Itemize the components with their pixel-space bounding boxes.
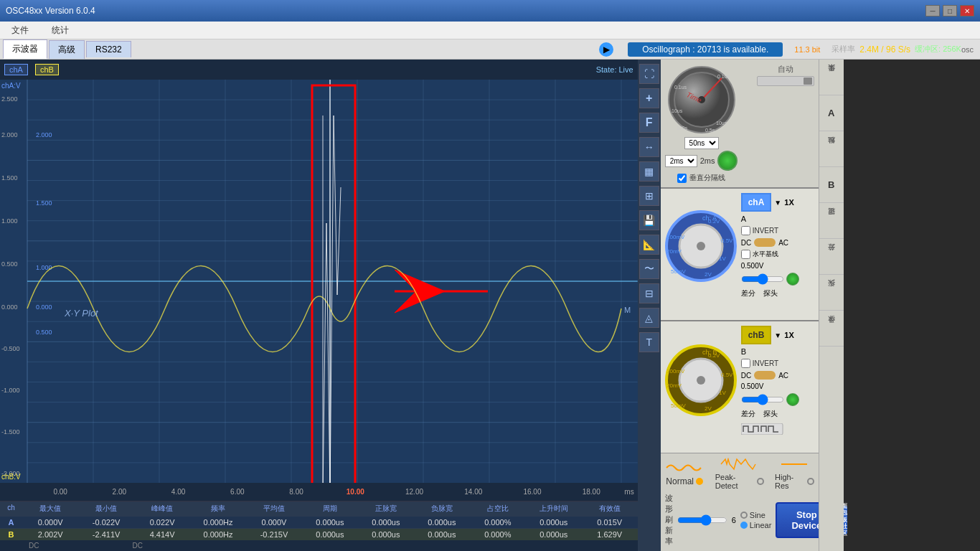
col-period: 周期 (302, 504, 358, 514)
row-a-avg: 0.000V (246, 518, 302, 527)
chb-invert-checkbox[interactable] (741, 359, 750, 368)
time-select-2[interactable]: 2ms (665, 155, 697, 167)
high-res-wave-icon (780, 458, 809, 471)
cha-reset-button[interactable] (786, 273, 799, 286)
zoom-out-button[interactable]: F (639, 113, 659, 133)
cursor-button[interactable]: ◬ (639, 308, 659, 328)
col-min: 最小值 (78, 504, 134, 514)
time-select-1[interactable]: 50ns (684, 137, 719, 149)
fullscreen-button[interactable]: ⛶ (639, 64, 659, 84)
normal-radio[interactable] (696, 478, 703, 485)
col-freq: 频率 (190, 504, 246, 514)
svg-text:-1.000: -1.000 (1, 387, 20, 394)
x-tick-4: 8.00 (267, 488, 326, 496)
svg-text:0.000: 0.000 (36, 303, 52, 311)
maximize-button[interactable]: □ (943, 5, 957, 17)
record-button[interactable] (717, 151, 738, 171)
cha-baseline-label: 水平基线 (753, 250, 778, 259)
diff-strip-item[interactable]: 差分 (819, 239, 844, 275)
high-res-label: High-Res (775, 473, 805, 490)
cha-button[interactable]: chA (741, 193, 772, 212)
grid-button[interactable]: ⊞ (639, 186, 659, 206)
wave-refresh-slider[interactable] (677, 514, 727, 526)
sine-radio[interactable] (740, 512, 748, 519)
table-button[interactable]: ⊟ (639, 283, 659, 303)
chb-dc-label: DC (741, 372, 751, 380)
cha-label: chA (4, 64, 28, 75)
oscillograph-status: Oscillograph : 20713 is available. (628, 42, 783, 57)
col-avg: 平均值 (246, 504, 302, 514)
save-button[interactable]: 💾 (639, 210, 659, 230)
x-tick-5: 10.00 (326, 488, 385, 496)
chb-dc-ac-toggle[interactable] (754, 371, 776, 380)
cha-baseline-val: 0.500V (741, 262, 799, 270)
row-a-duty: 0.000% (470, 518, 526, 527)
peak-detect-label: Peak-Detect (715, 473, 755, 490)
logic-strip-item[interactable]: 逻辑 (819, 203, 844, 239)
chb-knob[interactable]: 100mV 0.2V 0.5V 1V 2V 50mV 20mV ch: B (665, 344, 737, 416)
record-strip-item[interactable]: 录像 (819, 311, 844, 347)
play-button[interactable]: ▶ (599, 42, 613, 57)
trigger-strip-item[interactable]: 触发 (819, 131, 844, 167)
cha-baseline-checkbox[interactable] (741, 250, 750, 259)
acq-card-item[interactable]: 采集卡 (819, 60, 844, 95)
cha-baseline-slider[interactable] (741, 273, 784, 285)
right-panel: 0.1us 0.1us 10us 10us 100s 0.5s (661, 60, 980, 551)
x-tick-3: 6.00 (208, 488, 267, 496)
cha-dc-ac-toggle[interactable] (754, 238, 776, 247)
chb-diff-label: 差分 (741, 409, 755, 419)
osc-tab-right[interactable]: osc (961, 45, 974, 54)
tab-advanced[interactable]: 高级 (49, 40, 85, 59)
time-knob[interactable]: 0.1us 0.1us 10us 10us 100s 0.5s (666, 64, 738, 136)
row-b-ch: B (0, 530, 22, 539)
vert-divider-label: 垂直分隔线 (689, 173, 725, 183)
scope-canvas[interactable]: 2.500 2.000 1.500 1.000 0.500 0.000 -0.5… (0, 80, 638, 483)
bar-graph-button[interactable]: ▦ (639, 161, 659, 182)
acquisition-modes: Normal Peak-Detect (665, 458, 814, 490)
svg-point-68 (697, 242, 705, 250)
svg-text:1.500: 1.500 (1, 174, 18, 182)
a-strip-item[interactable]: A (819, 95, 844, 131)
cha-multiplier: 1X (784, 198, 793, 207)
vert-divider-checkbox[interactable] (677, 174, 687, 183)
col-ch: ch (0, 504, 22, 514)
auto-slider[interactable] (757, 76, 814, 86)
chb-baseline-slider[interactable] (741, 394, 784, 405)
row-b-rise: 0.000us (526, 530, 582, 539)
minimize-button[interactable]: ─ (925, 5, 940, 17)
tab-rs232[interactable]: RS232 (86, 41, 131, 57)
cha-knob[interactable]: 100mV 0.2V 0.5V 1V 2V 50mV 20mV ch: A (665, 210, 737, 282)
svg-point-79 (697, 376, 705, 385)
wave-shape-selector[interactable] (741, 423, 784, 435)
menu-file[interactable]: 文件 (7, 23, 33, 38)
expand-button[interactable]: ↔ (639, 137, 659, 157)
b-strip-item[interactable]: B (819, 167, 844, 203)
wave-button[interactable]: 〜 (639, 259, 659, 279)
time-section: 0.1us 0.1us 10us 10us 100s 0.5s (661, 60, 819, 189)
chb-reset-button[interactable] (786, 393, 799, 406)
high-res-radio[interactable] (807, 478, 814, 485)
far-right-strip: 采集卡 A 触发 B 逻辑 差分 探头 录像 (819, 60, 844, 551)
peak-detect-radio[interactable] (757, 478, 764, 485)
row-b-rms: 1.629V (582, 530, 638, 539)
cha-invert-checkbox[interactable] (741, 226, 750, 235)
col-neg-width: 负脉宽 (414, 504, 470, 514)
linear-radio[interactable] (740, 522, 748, 529)
cha-ac-label: AC (778, 239, 788, 247)
tab-oscilloscope[interactable]: 示波器 (3, 39, 47, 59)
scope-svg: 2.500 2.000 1.500 1.000 0.500 0.000 -0.5… (0, 80, 638, 483)
cha-voltage-label: chA:V (1, 82, 21, 90)
chb-baseline-val: 0.500V (741, 382, 799, 390)
probe-strip-item[interactable]: 探头 (819, 275, 844, 311)
row-b-avg: -0.215V (246, 530, 302, 539)
svg-text:0.500: 0.500 (36, 329, 52, 336)
close-button[interactable]: ✕ (960, 5, 974, 17)
ms-unit: ms (624, 488, 633, 496)
t-button[interactable]: T (639, 332, 659, 352)
zoom-in-button[interactable]: + (639, 88, 659, 108)
svg-text:0.000: 0.000 (1, 303, 18, 311)
wave-refresh-label: 波形刷新率 (665, 493, 673, 547)
chb-button[interactable]: chB (741, 326, 772, 344)
menu-stats[interactable]: 统计 (47, 23, 73, 38)
measure-button[interactable]: 📐 (639, 235, 659, 255)
